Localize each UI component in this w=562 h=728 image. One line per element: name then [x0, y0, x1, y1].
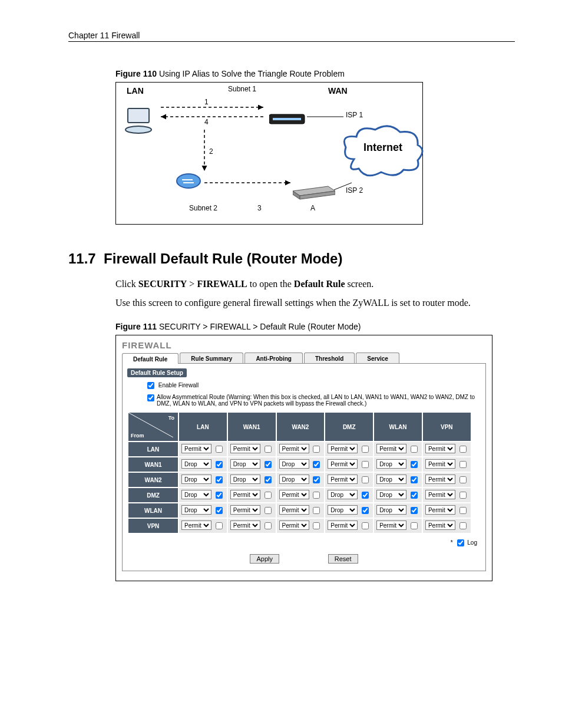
action-select[interactable]: PermitDrop — [376, 505, 406, 515]
cell-checkbox[interactable] — [459, 476, 467, 483]
cell-checkbox[interactable] — [265, 492, 272, 499]
cell-checkbox[interactable] — [362, 461, 369, 468]
tab-anti-probing[interactable]: Anti-Probing — [244, 353, 303, 363]
cell-checkbox[interactable] — [313, 507, 320, 514]
cell-checkbox[interactable] — [216, 476, 223, 483]
action-select[interactable]: PermitDrop — [181, 459, 211, 469]
col-vpn: VPN — [423, 413, 471, 441]
cell-checkbox[interactable] — [459, 446, 467, 453]
cell-checkbox[interactable] — [362, 492, 369, 499]
cell-checkbox[interactable] — [411, 476, 418, 483]
cell-checkbox[interactable] — [411, 522, 418, 529]
action-select[interactable]: PermitDrop — [376, 521, 406, 530]
asym-route-checkbox[interactable] — [147, 394, 154, 401]
cell-checkbox[interactable] — [313, 476, 320, 483]
cell-checkbox[interactable] — [313, 522, 320, 529]
action-select[interactable]: PermitDrop — [181, 521, 211, 530]
tab-service[interactable]: Service — [356, 353, 399, 363]
reset-button[interactable]: Reset — [328, 554, 358, 564]
action-select[interactable]: PermitDrop — [376, 475, 406, 484]
cell-wan2-wlan: PermitDrop — [374, 473, 422, 487]
action-select[interactable]: PermitDrop — [376, 444, 406, 453]
action-select[interactable]: PermitDrop — [376, 459, 406, 469]
action-select[interactable]: PermitDrop — [181, 475, 211, 484]
action-select[interactable]: PermitDrop — [279, 475, 309, 484]
col-lan: LAN — [179, 413, 227, 441]
action-select[interactable]: PermitDrop — [279, 521, 309, 530]
action-select[interactable]: PermitDrop — [376, 490, 406, 499]
section-number: 11.7 — [68, 251, 96, 266]
cell-checkbox[interactable] — [411, 461, 418, 468]
default-rule-setup-subhead: Default Rule Setup — [127, 368, 187, 377]
cell-checkbox[interactable] — [313, 446, 320, 453]
cell-checkbox[interactable] — [265, 522, 272, 529]
cell-wlan-wan1: PermitDrop — [228, 503, 276, 518]
action-select[interactable]: PermitDrop — [230, 475, 260, 484]
action-select[interactable]: PermitDrop — [230, 490, 260, 499]
enable-firewall-checkbox[interactable] — [147, 382, 154, 389]
action-select[interactable]: PermitDrop — [181, 490, 211, 499]
cell-checkbox[interactable] — [216, 492, 223, 499]
action-select[interactable]: PermitDrop — [328, 521, 358, 530]
cell-checkbox[interactable] — [362, 522, 369, 529]
log-checkbox[interactable] — [457, 539, 464, 546]
corner-cell: ToFrom — [128, 413, 178, 441]
cell-checkbox[interactable] — [216, 522, 223, 529]
action-select[interactable]: PermitDrop — [230, 444, 260, 453]
action-select[interactable]: PermitDrop — [328, 505, 358, 515]
cell-checkbox[interactable] — [362, 507, 369, 514]
action-select[interactable]: PermitDrop — [425, 505, 455, 515]
action-select[interactable]: PermitDrop — [230, 459, 260, 469]
action-select[interactable]: PermitDrop — [425, 475, 455, 484]
cell-checkbox[interactable] — [411, 507, 418, 514]
cell-vpn-wlan: PermitDrop — [374, 519, 422, 533]
tab-rule-summary[interactable]: Rule Summary — [180, 353, 243, 363]
action-select[interactable]: PermitDrop — [230, 505, 260, 515]
action-select[interactable]: PermitDrop — [328, 444, 358, 453]
cell-wan2-wan1: PermitDrop — [228, 473, 276, 487]
cell-checkbox[interactable] — [459, 522, 467, 529]
cell-checkbox[interactable] — [459, 507, 467, 514]
action-select[interactable]: PermitDrop — [230, 521, 260, 530]
cell-vpn-lan: PermitDrop — [179, 519, 227, 533]
action-select[interactable]: PermitDrop — [279, 505, 309, 515]
cell-checkbox[interactable] — [362, 476, 369, 483]
n1: 1 — [204, 98, 209, 106]
cell-checkbox[interactable] — [411, 446, 418, 453]
cell-dmz-wlan: PermitDrop — [374, 488, 422, 502]
action-select[interactable]: PermitDrop — [425, 521, 455, 530]
action-select[interactable]: PermitDrop — [279, 444, 309, 453]
cell-checkbox[interactable] — [411, 492, 418, 499]
cell-checkbox[interactable] — [313, 461, 320, 468]
action-select[interactable]: PermitDrop — [181, 444, 211, 453]
cell-checkbox[interactable] — [265, 461, 272, 468]
panel: Default Rule Setup Enable Firewall Allow… — [122, 364, 486, 571]
cell-checkbox[interactable] — [362, 446, 369, 453]
action-select[interactable]: PermitDrop — [425, 459, 455, 469]
action-select[interactable]: PermitDrop — [425, 490, 455, 499]
cell-checkbox[interactable] — [459, 492, 467, 499]
action-select[interactable]: PermitDrop — [328, 459, 358, 469]
cell-checkbox[interactable] — [265, 476, 272, 483]
action-select[interactable]: PermitDrop — [279, 459, 309, 469]
cell-checkbox[interactable] — [459, 461, 467, 468]
cell-wan1-wlan: PermitDrop — [374, 457, 422, 472]
action-select[interactable]: PermitDrop — [425, 444, 455, 453]
cell-checkbox[interactable] — [216, 507, 223, 514]
cell-checkbox[interactable] — [216, 461, 223, 468]
cell-checkbox[interactable] — [216, 446, 223, 453]
row-wan2: WAN2 — [128, 473, 178, 487]
cell-wan2-dmz: PermitDrop — [325, 473, 373, 487]
t: Default Rule — [294, 279, 345, 289]
tab-default-rule[interactable]: Default Rule — [122, 353, 178, 364]
n2: 2 — [209, 147, 213, 156]
tab-threshold[interactable]: Threshold — [304, 353, 355, 363]
action-select[interactable]: PermitDrop — [279, 490, 309, 499]
cell-checkbox[interactable] — [313, 492, 320, 499]
action-select[interactable]: PermitDrop — [181, 505, 211, 515]
cell-checkbox[interactable] — [265, 507, 272, 514]
action-select[interactable]: PermitDrop — [328, 475, 358, 484]
cell-checkbox[interactable] — [265, 446, 272, 453]
apply-button[interactable]: Apply — [250, 554, 279, 564]
action-select[interactable]: PermitDrop — [328, 490, 358, 499]
